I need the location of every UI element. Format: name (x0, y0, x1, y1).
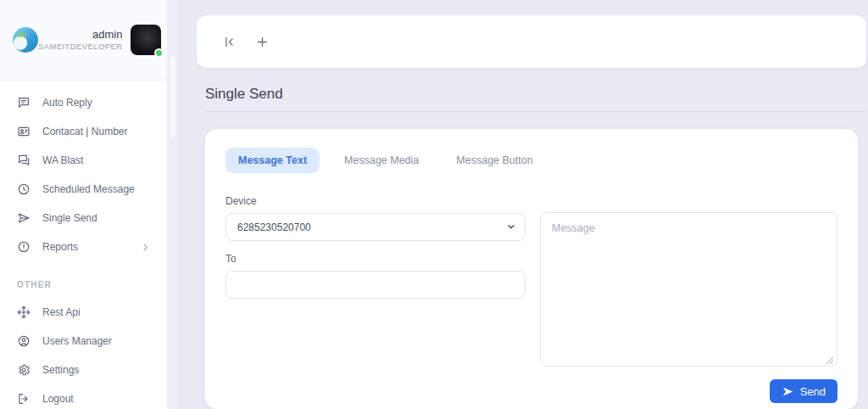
sidebar-item-label: Logout (42, 393, 74, 405)
sidebar-item-scheduled-message[interactable]: Scheduled Message (0, 175, 167, 204)
to-label: To (225, 253, 526, 265)
alert-circle-icon (17, 240, 31, 254)
sidebar-item-label: Auto Reply (42, 97, 92, 109)
tab-message-button[interactable]: Message Button (443, 148, 545, 173)
sidebar-scrollbar[interactable] (167, 0, 178, 409)
logout-icon (17, 392, 31, 406)
chat-bubbles-icon (17, 154, 31, 167)
add-tab-icon[interactable] (255, 35, 270, 49)
user-name: admin (38, 28, 122, 42)
sidebar-item-reports[interactable]: Reports (0, 233, 167, 261)
send-form: Device 6285230520700 To (225, 195, 837, 403)
chevron-right-icon (141, 243, 150, 252)
device-select[interactable]: 6285230520700 (225, 213, 526, 241)
tab-message-media[interactable]: Message Media (331, 148, 431, 173)
to-input[interactable] (225, 271, 526, 299)
sidebar-item-wa-blast[interactable]: WA Blast (0, 146, 167, 175)
message-type-tabs: Message Text Message Media Message Butto… (225, 148, 837, 173)
send-button[interactable]: Send (770, 379, 837, 403)
message-textarea[interactable] (540, 212, 837, 367)
sidebar-item-auto-reply[interactable]: Auto Reply (0, 88, 167, 117)
device-select-wrap: 6285230520700 (225, 213, 526, 241)
resize-handle-icon[interactable] (826, 356, 834, 365)
sidebar-header: SH admin SAMEITDEVELOPER (0, 0, 167, 81)
app-logo: SH (13, 27, 38, 53)
tab-message-text[interactable]: Message Text (225, 148, 320, 173)
message-textarea-wrap (540, 212, 837, 370)
form-left-column: Device 6285230520700 To (225, 195, 526, 403)
sidebar: SH admin SAMEITDEVELOPER Auto Reply Cont… (0, 0, 167, 409)
online-status-dot (154, 48, 164, 58)
sidebar-item-label: Contacat | Number (42, 126, 128, 137)
form-right-column: Send (540, 195, 837, 403)
avatar[interactable] (131, 25, 161, 55)
send-button-label: Send (800, 385, 826, 398)
chat-lines-icon (17, 96, 31, 109)
page-title: Single Send (205, 86, 866, 112)
clock-icon (17, 182, 31, 196)
sidebar-menu: Auto Reply Contacat | Number WA Blast Sc… (0, 88, 167, 409)
main-area: Single Send Message Text Message Media M… (178, 0, 868, 409)
sidebar-item-label: Settings (42, 364, 79, 376)
sidebar-item-settings[interactable]: Settings (0, 356, 167, 384)
sidebar-item-label: Users Manager (42, 335, 112, 347)
user-org: SAMEITDEVELOPER (38, 42, 122, 52)
sidebar-item-single-send[interactable]: Single Send (0, 204, 167, 233)
sidebar-item-contact-number[interactable]: Contacat | Number (0, 117, 167, 146)
sidebar-scrollbar-thumb[interactable] (170, 56, 175, 137)
gear-icon (17, 363, 31, 377)
sidebar-item-label: Rest Api (42, 306, 81, 318)
contact-card-icon (17, 125, 31, 138)
move-arrows-icon (17, 305, 31, 319)
paper-plane-icon (17, 211, 31, 225)
single-send-card: Message Text Message Media Message Butto… (205, 129, 858, 409)
sidebar-item-label: Reports (42, 241, 78, 253)
user-circle-icon (17, 334, 31, 348)
sidebar-item-label: WA Blast (42, 154, 83, 166)
sidebar-item-label: Scheduled Message (42, 183, 135, 195)
sidebar-item-label: Single Send (42, 212, 97, 224)
top-toolbar (197, 15, 866, 68)
collapse-sidebar-icon[interactable] (222, 35, 236, 49)
sidebar-section-label: OTHER (17, 280, 167, 289)
user-info: admin SAMEITDEVELOPER (38, 28, 122, 52)
sidebar-item-users-manager[interactable]: Users Manager (0, 327, 167, 356)
device-label: Device (225, 195, 526, 207)
sidebar-item-rest-api[interactable]: Rest Api (0, 298, 167, 327)
send-row: Send (540, 379, 837, 403)
app-logo-text: SH (18, 32, 26, 38)
send-plane-icon (782, 385, 794, 398)
sidebar-item-logout[interactable]: Logout (0, 384, 167, 409)
